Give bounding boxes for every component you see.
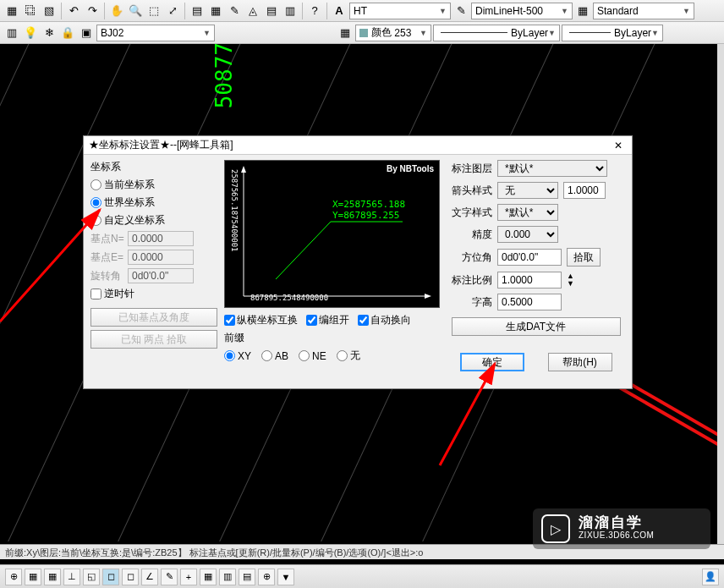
status-btn[interactable]: ▼ [277, 569, 294, 585]
status-btn[interactable]: ◱ [83, 569, 100, 585]
radio-custom-cs[interactable]: 自定义坐标系 [90, 213, 217, 228]
line-sample [569, 32, 611, 33]
tool-icon[interactable]: ⿻ [22, 3, 39, 19]
layer-combo[interactable]: BJ02 ▼ [96, 25, 215, 41]
color-combo[interactable]: 颜色 253 ▼ [355, 25, 431, 41]
radio-ne[interactable]: NE [299, 350, 326, 362]
tool-icon[interactable]: ✎ [226, 3, 243, 19]
status-btn[interactable]: ∠ [141, 569, 158, 585]
lineweight-combo[interactable]: ByLayer ▼ [562, 25, 663, 41]
status-btn[interactable]: ▤ [239, 569, 255, 585]
radio-input[interactable] [90, 197, 101, 208]
line-sample [441, 32, 507, 33]
ok-button[interactable]: 确定 [460, 353, 524, 371]
ccw-checkbox[interactable]: 逆时针 [90, 287, 217, 301]
tool-icon[interactable]: ▧ [41, 3, 58, 19]
status-btn[interactable]: ▦ [44, 569, 61, 585]
base-e-input [128, 250, 194, 265]
height-input[interactable] [497, 294, 562, 310]
undo-icon[interactable]: ↶ [65, 3, 82, 19]
dim-style-combo[interactable]: DimLineHt-500 ▼ [471, 3, 573, 19]
radio-none[interactable]: 无 [337, 349, 360, 363]
svg-line-4 [276, 222, 331, 279]
status-btn[interactable]: ⊕ [258, 569, 275, 585]
pan-icon[interactable]: ✋ [108, 3, 125, 19]
group-checkbox[interactable]: 编组开 [306, 313, 349, 327]
precision-label: 精度 [447, 228, 492, 242]
linetype-value: ByLayer [511, 27, 548, 39]
play-icon: ▷ [541, 514, 570, 543]
zoom-icon[interactable]: 🔍 [127, 3, 144, 19]
status-btn[interactable]: ◻ [122, 569, 139, 585]
chevron-down-icon: ▼ [683, 7, 690, 15]
table-style-value: Standard [597, 5, 639, 17]
coord-dialog: ★坐标标注设置★--[网蜂工具箱] ✕ 坐标系 当前坐标系 世界坐标系 自定义坐… [83, 135, 633, 389]
tool-icon[interactable]: ▥ [282, 3, 299, 19]
layer-icon[interactable]: ▥ [3, 25, 20, 41]
chevron-down-icon: ▼ [651, 29, 659, 37]
chevron-down-icon: ▼ [548, 29, 556, 37]
arrow-size-input[interactable] [563, 182, 606, 199]
text-style-icon[interactable]: A [331, 3, 348, 19]
dialog-titlebar[interactable]: ★坐标标注设置★--[网蜂工具箱] ✕ [84, 136, 632, 155]
autowrap-checkbox[interactable]: 自动换向 [358, 313, 411, 327]
color-icon[interactable]: ▦ [337, 25, 354, 41]
status-btn[interactable]: 👤 [702, 569, 719, 585]
arrow-select[interactable]: 无 [497, 182, 558, 199]
zoom-extents-icon[interactable]: ⤢ [164, 3, 181, 19]
light-icon[interactable]: 💡 [22, 25, 39, 41]
table-style-combo[interactable]: Standard ▼ [593, 3, 694, 19]
status-btn[interactable]: ⊥ [63, 569, 80, 585]
textstyle-select[interactable]: *默认* [497, 204, 558, 221]
azimuth-label: 方位角 [447, 250, 492, 265]
swap-checkbox[interactable]: 纵横坐标互换 [224, 313, 298, 327]
pick-button[interactable]: 拾取 [567, 248, 601, 267]
tool-icon[interactable]: ▦ [3, 3, 20, 19]
tool-icon[interactable]: ❄ [41, 25, 58, 41]
status-btn[interactable]: + [180, 569, 197, 585]
checkbox-input[interactable] [90, 289, 101, 299]
chevron-down-icon: ▼ [439, 7, 447, 15]
status-btn[interactable]: ⊕ [5, 569, 22, 585]
scale-input[interactable] [497, 272, 562, 289]
status-btn[interactable]: ▦ [200, 569, 217, 585]
color-value: 253 [394, 27, 411, 39]
layer-iso-icon[interactable]: ▣ [78, 25, 95, 41]
status-btn[interactable]: ✎ [161, 569, 178, 585]
properties-icon[interactable]: ▤ [189, 3, 206, 19]
radio-ab[interactable]: AB [261, 350, 288, 362]
gen-dat-button[interactable]: 生成DAT文件 [452, 317, 621, 336]
status-btn[interactable]: ◻ [102, 569, 119, 585]
text-style-value: HT [354, 5, 367, 17]
help-button[interactable]: 帮助(H) [548, 353, 612, 371]
precision-select[interactable]: 0.000 [497, 226, 558, 243]
radio-world-cs[interactable]: 世界坐标系 [90, 195, 217, 210]
status-btn[interactable]: ▦ [25, 569, 41, 585]
linetype-combo[interactable]: ByLayer ▼ [433, 25, 560, 41]
status-btn[interactable]: ▥ [219, 569, 236, 585]
known-two-button: 已知 两点 拾取 [90, 330, 217, 349]
radio-label: 当前坐标系 [104, 178, 155, 192]
spinner-icon[interactable]: ▲▼ [567, 272, 574, 288]
radio-label: 自定义坐标系 [104, 213, 165, 228]
sheet-icon[interactable]: ▦ [207, 3, 224, 19]
radio-input[interactable] [90, 215, 101, 226]
base-n-input [128, 231, 194, 246]
radio-xy[interactable]: XY [224, 350, 251, 362]
lock-icon[interactable]: 🔒 [59, 25, 76, 41]
tool-icon[interactable]: ◬ [244, 3, 261, 19]
radio-current-cs[interactable]: 当前坐标系 [90, 178, 217, 192]
dim-style-icon[interactable]: ✎ [452, 3, 469, 19]
help-icon[interactable]: ? [306, 3, 323, 19]
scrollbar-vertical[interactable] [717, 44, 724, 558]
table-style-icon[interactable]: ▦ [574, 3, 591, 19]
radio-input[interactable] [90, 179, 101, 190]
close-icon[interactable]: ✕ [610, 140, 627, 151]
watermark-name: 溜溜自学 [579, 516, 654, 529]
layer-select[interactable]: *默认* [497, 160, 607, 177]
zoom-window-icon[interactable]: ⬚ [145, 3, 162, 19]
tool-icon[interactable]: ▤ [263, 3, 280, 19]
azimuth-input[interactable] [497, 249, 562, 266]
text-style-combo[interactable]: HT ▼ [349, 3, 451, 19]
redo-icon[interactable]: ↷ [84, 3, 101, 19]
